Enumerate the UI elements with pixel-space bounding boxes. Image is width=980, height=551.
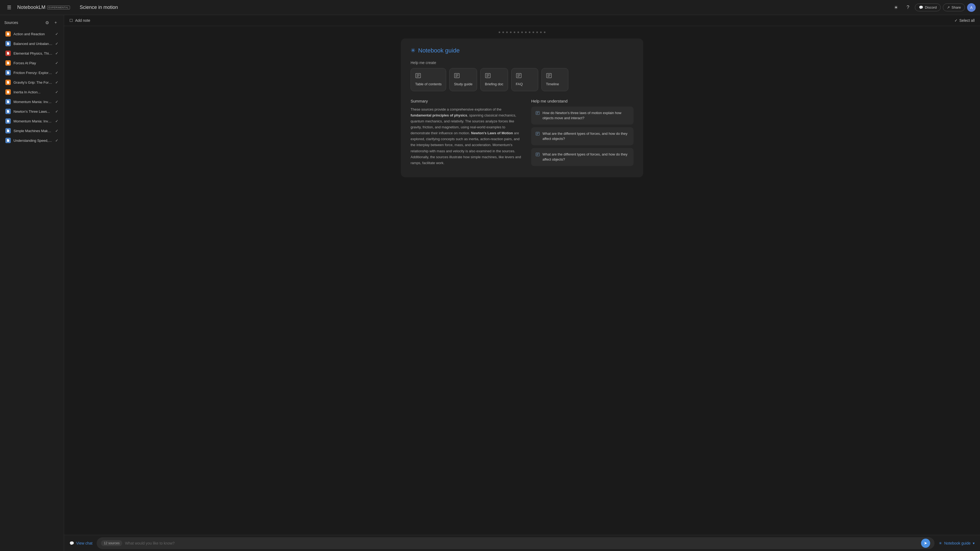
question-icon <box>536 152 540 159</box>
source-check-icon: ✓ <box>55 138 59 143</box>
add-note-label: Add note <box>75 18 90 22</box>
source-icon <box>5 79 11 85</box>
pagination-dot <box>525 32 527 33</box>
source-icon <box>5 138 11 143</box>
pagination-dot <box>510 32 512 33</box>
send-button[interactable]: ➤ <box>921 538 930 548</box>
share-icon: ↗ <box>947 5 950 10</box>
check-icon: ✓ <box>955 18 958 22</box>
guide-button-timeline[interactable]: Timeline <box>541 68 568 91</box>
view-chat-label: View chat <box>76 541 92 545</box>
pagination-dot <box>533 32 534 33</box>
source-item[interactable]: Friction Frenzy: Explorin... ✓ <box>1 68 63 78</box>
notebook-guide-star-icon: ✳ <box>939 541 942 545</box>
source-icon <box>5 118 11 124</box>
share-button[interactable]: ↗ Share <box>943 3 965 11</box>
source-check-icon: ✓ <box>55 51 59 56</box>
add-note-button[interactable]: ☐ Add note <box>70 18 90 22</box>
menu-icon: ☰ <box>7 5 11 11</box>
add-source-button[interactable]: + <box>52 19 59 26</box>
send-icon: ➤ <box>924 540 927 546</box>
summary-section: Summary These sources provide a comprehe… <box>410 99 523 169</box>
share-label: Share <box>951 5 961 10</box>
source-name: Newton's Three Laws... <box>13 110 52 114</box>
source-check-icon: ✓ <box>55 129 59 133</box>
view-chat-button[interactable]: 💬 View chat <box>70 541 92 545</box>
guide-button-study-guide[interactable]: Study guide <box>449 68 477 91</box>
summary-text-1: These sources provide a comprehensive ex… <box>410 107 501 111</box>
source-item[interactable]: Gravity's Grip: The Force... ✓ <box>1 78 63 87</box>
question-text: What are the different types of forces, … <box>542 152 629 162</box>
star-icon: ✳ <box>410 47 415 54</box>
source-icon <box>5 41 11 46</box>
source-item[interactable]: Understanding Speed, Ve... ✓ <box>1 136 63 145</box>
scroll-content: ✳ Notebook guide Help me create Table of… <box>64 26 980 535</box>
understand-heading: Help me understand <box>531 99 633 103</box>
sidebar-header-actions: ⚙ + <box>43 19 59 26</box>
guide-button-briefing-doc[interactable]: Briefing doc <box>480 68 508 91</box>
source-item[interactable]: Inertia In Action... ✓ <box>1 87 63 97</box>
add-icon: + <box>54 20 57 25</box>
source-icon <box>5 70 11 75</box>
pagination-dot <box>540 32 542 33</box>
select-all-label: Select all <box>959 18 975 22</box>
note-icon: ☐ <box>70 18 73 22</box>
guide-button-table-of-contents[interactable]: Table of contents <box>410 68 446 91</box>
source-name: Friction Frenzy: Explorin... <box>13 71 52 75</box>
discord-button[interactable]: 💬 Discord <box>915 3 941 11</box>
understand-question-2[interactable]: What are the different types of forces, … <box>531 148 633 166</box>
sidebar-header: Sources ⚙ + <box>0 15 64 29</box>
pagination-dot <box>529 32 530 33</box>
source-name: Balanced and Unbalance... <box>13 42 52 46</box>
source-item[interactable]: Simple Machines Make... ✓ <box>1 126 63 136</box>
main-layout: Sources ⚙ + Action and Reaction ✓ <box>0 15 980 551</box>
pagination-dot <box>503 32 504 33</box>
question-text: What are the different types of forces, … <box>542 131 629 141</box>
notebook-guide-toggle-button[interactable]: ✳ Notebook guide ▾ <box>939 541 975 545</box>
select-all-button[interactable]: ✓ Select all <box>955 18 975 22</box>
avatar-initial: A <box>970 5 972 10</box>
source-name: Momentum Mania: Inves... <box>13 100 52 104</box>
dots-row <box>499 32 546 33</box>
help-button[interactable]: ? <box>903 3 913 13</box>
understand-question-0[interactable]: How do Newton's three laws of motion exp… <box>531 106 633 125</box>
understand-question-1[interactable]: What are the different types of forces, … <box>531 127 633 145</box>
avatar[interactable]: A <box>967 3 976 12</box>
filter-button[interactable]: ⚙ <box>43 19 51 26</box>
bottom-bar: 💬 View chat 12 sources ➤ ✳ Notebook guid… <box>64 535 980 551</box>
source-item[interactable]: Balanced and Unbalance... ✓ <box>1 39 63 48</box>
guide-button-faq[interactable]: FAQ <box>511 68 538 91</box>
source-check-icon: ✓ <box>55 80 59 84</box>
chat-input-wrapper: 12 sources ➤ <box>97 537 934 549</box>
source-item[interactable]: Momentum Mania: Inves... ✓ <box>1 116 63 126</box>
filter-icon: ⚙ <box>45 20 49 25</box>
pagination-dot <box>499 32 500 33</box>
experimental-badge: EXPERIMENTAL <box>47 6 70 10</box>
understand-section: Help me understand How do Newton's three… <box>531 99 633 169</box>
notebook-title: Science in motion <box>80 5 888 10</box>
guide-button-icon <box>516 73 522 80</box>
source-item[interactable]: Forces At Play ✓ <box>1 58 63 68</box>
sources-badge: 12 sources <box>101 540 122 546</box>
menu-button[interactable]: ☰ <box>4 3 14 13</box>
pagination-dot <box>517 32 519 33</box>
source-item[interactable]: Momentum Mania: Inves... ✓ <box>1 97 63 106</box>
chat-icon: 💬 <box>70 541 74 545</box>
source-item[interactable]: Action and Reaction ✓ <box>1 29 63 39</box>
discord-label: Discord <box>925 5 937 10</box>
bottom-section: Summary These sources provide a comprehe… <box>410 99 633 169</box>
guide-button-icon <box>546 73 552 80</box>
question-text: How do Newton's three laws of motion exp… <box>542 110 629 121</box>
source-item[interactable]: Elemental Physics, Third... ✓ <box>1 48 63 58</box>
brightness-button[interactable]: ☀ <box>891 3 901 13</box>
chat-input[interactable] <box>125 541 918 545</box>
source-check-icon: ✓ <box>55 70 59 75</box>
source-name: Simple Machines Make... <box>13 129 52 133</box>
summary-bold-2: Newton's Laws of Motion <box>471 131 513 135</box>
summary-text-3: are explored, clarifying concepts such a… <box>410 131 521 165</box>
content-area: ☐ Add note ✓ Select all ✳ Notebook guide… <box>64 15 980 551</box>
source-item[interactable]: Newton's Three Laws... ✓ <box>1 106 63 116</box>
summary-bold-1: fundamental principles of physics <box>410 113 467 117</box>
source-icon <box>5 60 11 66</box>
guide-button-label: Briefing doc <box>485 82 503 87</box>
